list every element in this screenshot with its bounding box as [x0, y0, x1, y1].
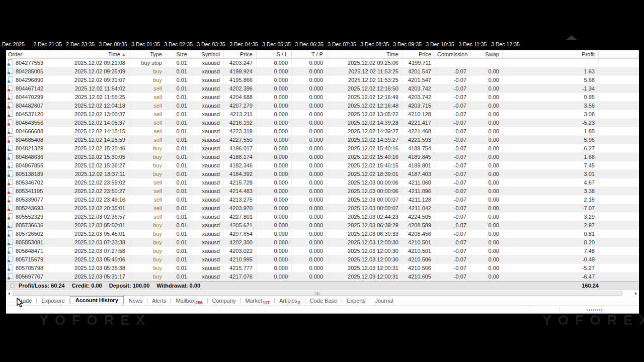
history-table-row[interactable]: 8045371202025.12.02 13:00:37sell0.01xauu…	[6, 110, 639, 119]
cell-text: 2025.12.03 07:27:58	[74, 248, 125, 254]
horizontal-scrollbar[interactable]	[6, 290, 639, 296]
order-document-icon	[8, 222, 13, 228]
cell-text: 804643556	[16, 120, 43, 126]
history-table-row[interactable]: 8053390772025.12.02 23:49:16sell0.01xauu…	[6, 196, 639, 204]
history-table-row[interactable]: 8057057982025.12.03 05:35:38buy0.01xauus…	[6, 264, 639, 273]
summary-item: Profit/Loss: 60.24	[19, 283, 65, 289]
cell-profit: 1.68	[503, 153, 599, 161]
cell-type: buy	[129, 170, 166, 178]
tab-articles[interactable]: Articles2	[275, 297, 305, 304]
cell-swap: 0.00	[470, 136, 503, 144]
column-header-sl[interactable]: S / L	[257, 50, 292, 58]
cell-text: 0.00	[489, 162, 499, 168]
history-table-row[interactable]: 8058530812025.12.03 07:33:38buy0.01xauus…	[6, 238, 639, 247]
history-table-row[interactable]: 8046666882025.12.02 14:15:15sell0.01xauu…	[6, 127, 639, 136]
cell-sl: 0.000	[257, 187, 292, 195]
column-header-order[interactable]: Order	[6, 50, 48, 58]
tab-alerts[interactable]: Alerts	[147, 297, 171, 304]
cell-profit: 5.96	[503, 136, 599, 144]
cell-size: 0.01	[166, 247, 191, 255]
cell-text: buy	[153, 162, 162, 168]
cell-open_time: 2025.12.03 02:36:57	[48, 213, 129, 221]
cell-text: 0.000	[274, 60, 288, 66]
column-header-label: Size	[177, 51, 187, 57]
column-header-label: Commission	[437, 51, 468, 57]
cell-text: 2025.12.02 20:35:01	[74, 205, 125, 211]
scroll-right-arrow-icon[interactable]	[633, 291, 639, 296]
cell-text: 0.01	[177, 179, 187, 186]
cell-type: buy	[129, 255, 166, 263]
cell-text: -5.23	[582, 120, 595, 126]
cell-size: 0.01	[166, 67, 191, 75]
tab-experts[interactable]: Experts	[342, 297, 370, 304]
cell-swap: 0.00	[470, 153, 503, 161]
history-table-row[interactable]: 8057366362025.12.03 05:50:01buy0.01xauus…	[6, 221, 639, 230]
cell-text: 4214.483	[229, 188, 253, 194]
history-table-row[interactable]: 8044826072025.12.02 12:04:18sell0.01xauu…	[6, 102, 639, 110]
column-header-type[interactable]: Type	[129, 50, 166, 58]
history-table-row[interactable]: 8055523292025.12.03 02:36:57sell0.01xauu…	[6, 213, 639, 221]
cell-profit: -6.47	[503, 273, 599, 281]
history-table-row[interactable]: 8051381892025.12.02 18:37:11buy0.01xauus…	[6, 170, 639, 178]
time-axis-label: 3 Dec 00:35	[97, 41, 129, 47]
history-table-row[interactable]: 8058484712025.12.03 07:27:58buy0.01xauus…	[6, 247, 639, 255]
history-table-row[interactable]: 8053411952025.12.02 23:50:27sell0.01xauu…	[6, 187, 639, 196]
scroll-left-arrow-icon[interactable]	[6, 291, 12, 296]
tab-mailbox[interactable]: Mailbox256	[171, 297, 207, 304]
cell-symbol: xauusd	[191, 178, 224, 187]
history-table-row[interactable]: 8056977672025.12.03 05:31:17buy0.01xauus…	[6, 273, 639, 281]
cell-text: 0.00	[489, 145, 499, 151]
column-header-tp[interactable]: T / P	[292, 50, 327, 58]
column-header-commission[interactable]: Commission	[435, 50, 470, 58]
cell-text: 2025.12.03 02:36:57	[74, 214, 125, 220]
history-table-row[interactable]: 8057265022025.12.03 05:45:01buy0.01xauus…	[6, 230, 639, 238]
cell-close_time: 2025.12.03 12:00:30	[327, 255, 403, 263]
cell-close_time: 2025.12.03 00:00:06	[327, 187, 403, 195]
cell-order: 804867855	[6, 161, 48, 169]
tab-code-base[interactable]: Code Base	[305, 297, 342, 304]
history-table-row[interactable]: 8046435562025.12.02 14:05:37sell0.01xauu…	[6, 119, 639, 127]
history-table-row[interactable]: 8057156792025.12.03 05:40:06buy0.01xauus…	[6, 255, 639, 264]
column-header-close_time[interactable]: Time	[327, 50, 403, 58]
history-table-row[interactable]: 8048678552025.12.02 15:36:27buy0.01xauus…	[6, 161, 639, 170]
total-balance-value: 160.24	[582, 283, 639, 289]
history-table-row[interactable]: 8044702992025.12.02 11:55:25sell0.01xauu…	[6, 93, 639, 102]
cell-text: 0.000	[274, 188, 288, 194]
tab-account-history[interactable]: Account History	[70, 296, 124, 304]
history-table-row[interactable]: 8052436932025.12.02 20:35:01sell0.01xauu…	[6, 204, 639, 213]
history-table-row[interactable]: 8042775532025.12.02 09:21:08buy stop0.01…	[6, 59, 639, 67]
history-table-row[interactable]: 8046854082025.12.02 14:25:59sell0.01xauu…	[6, 136, 639, 144]
history-table-row[interactable]: 8048213292025.12.02 15:20:46buy0.01xauus…	[6, 144, 639, 153]
column-header-swap[interactable]: Swap	[470, 50, 503, 58]
tab-exposure[interactable]: Exposure	[37, 297, 69, 304]
tab-company[interactable]: Company	[208, 297, 240, 304]
history-table-row[interactable]: 8044671422025.12.02 11:54:02sell0.01xauu…	[6, 84, 639, 93]
cell-text: -0.07	[454, 154, 466, 160]
column-header-size[interactable]: Size	[166, 50, 191, 58]
cell-profit	[503, 59, 599, 67]
history-table-row[interactable]: 8048486362025.12.02 15:30:05buy0.01xauus…	[6, 153, 639, 161]
column-header-close_price[interactable]: Price	[403, 50, 435, 58]
history-table-row[interactable]: 8042850052025.12.02 09:25:09buy0.01xauus…	[6, 67, 639, 76]
history-table-row[interactable]: 8053467022025.12.02 23:55:02sell0.01xauu…	[6, 178, 639, 187]
cell-price: 4213.211	[224, 110, 257, 118]
tab-news[interactable]: News	[124, 297, 147, 304]
column-header-price[interactable]: Price	[224, 50, 257, 58]
cell-text: 4227.550	[229, 137, 253, 143]
cell-sl: 0.000	[257, 273, 292, 281]
column-header-open_time[interactable]: Time	[48, 50, 129, 58]
cell-tail	[599, 255, 639, 263]
cell-size: 0.01	[166, 59, 191, 67]
cell-price: 4195.866	[224, 76, 257, 84]
column-header-profit[interactable]: Profit	[503, 50, 599, 58]
column-header-tail[interactable]	[599, 50, 639, 58]
history-table-row[interactable]: 8042968902025.12.02 09:31:07buy0.01xauus…	[6, 76, 639, 84]
cell-text: 0.00	[489, 214, 499, 220]
tab-market[interactable]: Market117	[241, 297, 274, 304]
cell-text: buy	[153, 222, 162, 228]
cell-text: 804296890	[16, 77, 43, 83]
tab-journal[interactable]: Journal	[370, 297, 397, 304]
column-header-symbol[interactable]: Symbol	[191, 50, 224, 58]
cell-text: 0.000	[309, 77, 323, 83]
scrollbar-thumb[interactable]	[13, 291, 622, 296]
